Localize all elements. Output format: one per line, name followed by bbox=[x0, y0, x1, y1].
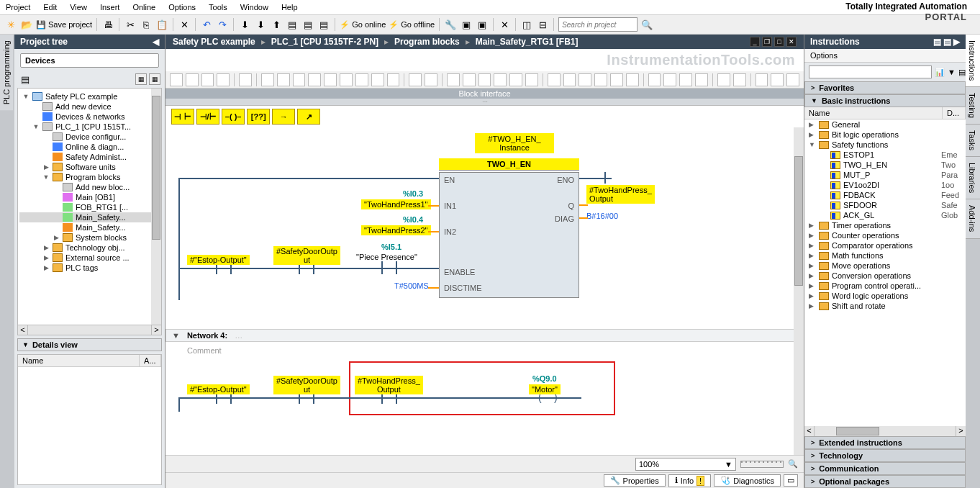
tree-item[interactable]: ▶Technology obj... bbox=[19, 243, 160, 253]
split-h-icon[interactable]: ◫ bbox=[520, 18, 533, 31]
tree-item[interactable]: Main_Safety... bbox=[19, 212, 160, 222]
col-addr[interactable]: A... bbox=[140, 355, 161, 366]
etb-14[interactable] bbox=[387, 73, 400, 86]
col-name[interactable]: Name bbox=[18, 355, 140, 366]
instr-row[interactable]: TWO_H_ENTwo bbox=[804, 160, 966, 170]
instr-row[interactable]: ▶Timer operations bbox=[804, 220, 966, 230]
etb-18[interactable] bbox=[463, 73, 476, 86]
search-input[interactable] bbox=[558, 17, 638, 32]
menu-window[interactable]: Window bbox=[240, 3, 268, 12]
menu-options[interactable]: Options bbox=[168, 3, 196, 12]
etb-19[interactable] bbox=[478, 73, 491, 86]
technology-section[interactable]: >Technology bbox=[804, 449, 966, 462]
tree-item[interactable]: ▶System blocks bbox=[19, 232, 160, 243]
fav-coil[interactable]: –( )– bbox=[222, 109, 245, 125]
instr-hscroll[interactable]: < > bbox=[804, 426, 966, 436]
download-icon[interactable]: ⬇ bbox=[254, 18, 267, 31]
zoom-select[interactable]: 100%▼ bbox=[635, 458, 736, 471]
network-4-header[interactable]: ▼ Network 4: … bbox=[165, 329, 804, 342]
etb-23[interactable] bbox=[548, 73, 561, 86]
fav-box[interactable]: [??] bbox=[247, 109, 270, 125]
etb-28[interactable] bbox=[626, 73, 639, 86]
tb-icon-2[interactable]: ▤ bbox=[301, 18, 314, 31]
go-online-button[interactable]: ⚡Go online bbox=[340, 20, 386, 30]
etb-35[interactable] bbox=[756, 73, 768, 86]
instructions-list[interactable]: Name D... ▶General▶Bit logic operations▼… bbox=[804, 107, 966, 436]
rtab-libraries[interactable]: Libraries bbox=[966, 157, 980, 199]
etb-27[interactable] bbox=[610, 73, 623, 86]
ipanel-icon-2[interactable]: ▤ bbox=[943, 37, 951, 47]
project-tree[interactable]: ▼Safety PLC exampleAdd new deviceDevices… bbox=[17, 88, 162, 325]
etb-3[interactable] bbox=[201, 73, 214, 86]
instr-row[interactable]: ESTOP1Eme bbox=[804, 150, 966, 160]
etb-22[interactable] bbox=[525, 73, 538, 86]
tb-icon-1[interactable]: ▤ bbox=[286, 18, 299, 31]
menu-tools[interactable]: Tools bbox=[209, 3, 227, 12]
upload-icon[interactable]: ⬆ bbox=[270, 18, 283, 31]
instr-tb-3[interactable]: ▤ bbox=[958, 68, 966, 77]
restore-icon[interactable]: ❐ bbox=[762, 37, 772, 47]
instr-row[interactable]: ▶Math functions bbox=[804, 250, 966, 261]
etb-20[interactable] bbox=[494, 73, 507, 86]
etb-17[interactable] bbox=[447, 73, 460, 86]
menu-online[interactable]: Online bbox=[132, 3, 155, 12]
tb-icon-6[interactable]: ▣ bbox=[476, 18, 489, 31]
communication-section[interactable]: >Communication bbox=[804, 462, 966, 475]
etb-21[interactable] bbox=[509, 73, 522, 86]
instr-col-name[interactable]: Name bbox=[804, 107, 943, 119]
etb-11[interactable] bbox=[340, 73, 353, 86]
instr-search[interactable] bbox=[809, 65, 932, 78]
ipanel-icon-1[interactable]: ▤ bbox=[933, 37, 941, 47]
menu-help[interactable]: Help bbox=[281, 3, 298, 12]
instr-row[interactable]: ▼Safety functions bbox=[804, 140, 966, 150]
tree-item[interactable]: Main [OB1] bbox=[19, 192, 160, 202]
comment-label[interactable]: Comment bbox=[187, 346, 222, 355]
instr-row[interactable]: ▶Bit logic operations bbox=[804, 130, 966, 140]
plc-programming-tab[interactable]: PLC programming bbox=[0, 35, 13, 110]
split-v-icon[interactable]: ⊟ bbox=[536, 18, 549, 31]
menu-insert[interactable]: Insert bbox=[100, 3, 120, 12]
optional-section[interactable]: >Optional packages bbox=[804, 475, 966, 488]
ipanel-collapse[interactable]: ▶ bbox=[953, 37, 960, 47]
tree-item[interactable]: Safety Administ... bbox=[19, 152, 160, 162]
function-block[interactable]: TWO_H_EN EN IN1 IN2 ENABLE DISCTIME ENO … bbox=[439, 172, 579, 298]
tree-item[interactable]: ▶PLC tags bbox=[19, 263, 160, 273]
min-icon[interactable]: _ bbox=[750, 37, 760, 47]
tree-item[interactable]: ▶Software units bbox=[19, 162, 160, 172]
rtab-tasks[interactable]: Tasks bbox=[966, 125, 980, 157]
etb-15[interactable] bbox=[409, 73, 422, 86]
instr-row[interactable]: MUT_PPara bbox=[804, 170, 966, 180]
details-view-header[interactable]: ▼ Details view bbox=[17, 338, 162, 351]
tree-item[interactable]: Add new bloc... bbox=[19, 182, 160, 192]
etb-6[interactable] bbox=[261, 73, 274, 86]
etb-31[interactable] bbox=[679, 73, 692, 86]
etb-5[interactable] bbox=[239, 73, 252, 86]
etb-10[interactable] bbox=[324, 73, 337, 86]
basic-section[interactable]: ▼Basic instructions bbox=[804, 94, 966, 107]
tree-item[interactable]: Device configur... bbox=[19, 132, 160, 142]
etb-25[interactable] bbox=[579, 73, 591, 86]
tb-icon-3[interactable]: ▤ bbox=[317, 18, 330, 31]
info-tab[interactable]: ℹInfo! bbox=[668, 474, 711, 487]
etb-8[interactable] bbox=[293, 73, 306, 86]
etb-1[interactable] bbox=[170, 73, 183, 86]
etb-13[interactable] bbox=[371, 73, 384, 86]
instr-row[interactable]: ▶General bbox=[804, 119, 966, 130]
instr-row[interactable]: ▶Word logic operations bbox=[804, 291, 966, 301]
etb-33[interactable] bbox=[717, 73, 730, 86]
tree-item[interactable]: FOB_RTG1 [... bbox=[19, 202, 160, 212]
etb-7[interactable] bbox=[277, 73, 290, 86]
canvas-scrollbar[interactable] bbox=[794, 127, 804, 455]
etb-16[interactable] bbox=[425, 73, 437, 86]
instr-row[interactable]: ▶Counter operations bbox=[804, 230, 966, 240]
rtab-testing[interactable]: Testing bbox=[966, 87, 980, 125]
cut-icon[interactable]: ✂ bbox=[124, 18, 137, 31]
new-project-icon[interactable]: ✳ bbox=[4, 18, 17, 31]
tree-tb-1[interactable]: ▤ bbox=[19, 73, 32, 86]
tree-item[interactable]: ▼Program blocks bbox=[19, 172, 160, 182]
diagnostics-tab[interactable]: 🩺Diagnostics bbox=[714, 474, 781, 487]
zoom-handle-icon[interactable]: 🔍 bbox=[788, 459, 798, 469]
tree-item[interactable]: ▼Safety PLC example bbox=[19, 91, 160, 101]
etb-24[interactable] bbox=[563, 73, 576, 86]
extended-section[interactable]: >Extended instructions bbox=[804, 436, 966, 449]
